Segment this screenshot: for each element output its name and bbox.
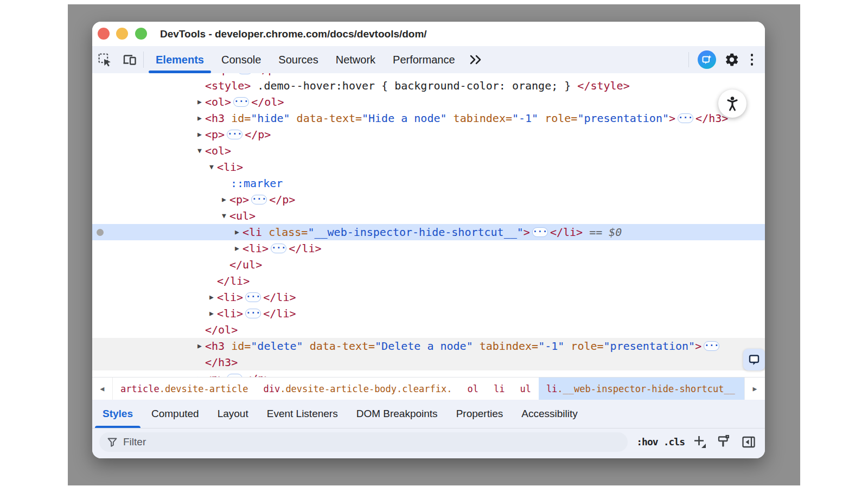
ellipsis-expand-button[interactable]: ··· <box>532 227 548 237</box>
breadcrumb-item[interactable]: ol <box>459 378 486 400</box>
tab-console[interactable]: Console <box>213 46 270 73</box>
dom-tree-row[interactable]: ▶<li class="__web-inspector-hide-shortcu… <box>92 224 765 240</box>
ellipsis-expand-button[interactable]: ··· <box>678 113 693 123</box>
tab-layout[interactable]: Layout <box>208 400 258 428</box>
dom-tree-row[interactable]: ▶<p>···</p> <box>92 73 765 78</box>
ellipsis-expand-button[interactable]: ··· <box>233 97 249 107</box>
dom-tree-row[interactable]: ▶<p>···</p> <box>92 370 765 377</box>
ellipsis-expand-button[interactable]: ··· <box>227 130 242 139</box>
disclosure-arrow-icon[interactable]: ▶ <box>195 370 204 377</box>
breadcrumb-item[interactable]: li <box>486 378 512 400</box>
code-token-plain: .demo--hover:hover { background-color: o… <box>251 79 577 92</box>
dom-tree-row[interactable]: ▼<li> <box>92 159 765 175</box>
dom-tree-row[interactable]: <style> .demo--hover:hover { background-… <box>92 78 765 94</box>
tab-dom-breakpoints[interactable]: DOM Breakpoints <box>347 400 447 428</box>
crumb-tag: li <box>494 383 505 394</box>
dom-tree-row[interactable]: </ul> <box>92 257 765 273</box>
breadcrumb-item[interactable]: ul <box>512 378 538 400</box>
disclosure-arrow-icon[interactable]: ▼ <box>195 143 204 159</box>
scroll-right-icon[interactable]: ▶ <box>744 378 765 400</box>
disclosure-arrow-icon[interactable]: ▶ <box>207 305 216 322</box>
ellipsis-expand-button[interactable]: ··· <box>251 195 267 204</box>
tab-event-listeners[interactable]: Event Listeners <box>258 400 347 428</box>
maximize-traffic-light[interactable] <box>135 28 147 40</box>
sidebar-toggle-icon[interactable] <box>739 434 758 450</box>
scroll-left-icon[interactable]: ◀ <box>92 378 113 400</box>
styles-panel-tabs: StylesComputedLayoutEvent ListenersDOM B… <box>92 400 765 428</box>
dom-tree-row[interactable]: ▶<ol>···</ol> <box>92 94 765 110</box>
breadcrumb-item[interactable]: li.__web-inspector-hide-shortcut__ <box>539 378 744 400</box>
device-toolbar-icon[interactable] <box>117 46 142 73</box>
dom-tree-row[interactable]: ▶<h3 id="delete" data-text="Delete a nod… <box>92 338 765 354</box>
double-chevron-overflow-icon[interactable] <box>464 46 488 73</box>
plus-new-rule-icon[interactable] <box>690 434 709 449</box>
disclosure-arrow-icon[interactable]: ▼ <box>220 208 228 224</box>
disclosure-arrow-icon[interactable]: ▶ <box>233 240 241 257</box>
disclosure-arrow-icon[interactable]: ▶ <box>206 73 214 78</box>
code-token-tag: </li> <box>263 291 296 304</box>
tab-performance[interactable]: Performance <box>384 46 464 73</box>
ellipsis-expand-button[interactable]: ··· <box>704 341 719 351</box>
minimize-traffic-light[interactable] <box>116 28 128 40</box>
kebab-menu-icon[interactable] <box>743 50 761 69</box>
filter-input[interactable]: Filter <box>99 432 628 452</box>
tab-sources[interactable]: Sources <box>270 46 327 73</box>
devtools-toolbar: ElementsConsoleSourcesNetworkPerformance <box>92 46 765 73</box>
dom-tree-row[interactable]: ::marker <box>92 175 765 191</box>
code-token-val: "__web-inspector-hide-shortcut__" <box>308 226 523 239</box>
dom-tree-row[interactable]: </h3> <box>92 354 765 370</box>
code-token-tag: <p> <box>205 372 225 377</box>
code-token-val: "-1" <box>538 340 564 353</box>
tab-elements[interactable]: Elements <box>147 46 213 73</box>
crumb-tag: article <box>120 383 159 394</box>
dom-tree-row[interactable]: ▶<li>···</li> <box>92 305 765 322</box>
tab-network[interactable]: Network <box>327 46 384 73</box>
ai-assistant-icon[interactable] <box>698 50 716 69</box>
tab-label: Computed <box>151 408 199 420</box>
disclosure-arrow-icon[interactable]: ▶ <box>220 191 228 208</box>
dom-tree-row[interactable]: </ol> <box>92 322 765 338</box>
tab-properties[interactable]: Properties <box>447 400 513 428</box>
window-titlebar: DevTools - developer.chrome.com/docs/dev… <box>92 22 765 46</box>
paint-roller-icon[interactable] <box>714 434 733 449</box>
crumb-classes: .devsite-article <box>159 383 248 394</box>
toggle-class-button[interactable]: .cls <box>663 436 685 447</box>
ellipsis-expand-button[interactable]: ··· <box>245 309 261 318</box>
dom-tree-row[interactable]: ▶<li>···</li> <box>92 289 765 305</box>
code-token-attr: data-text= <box>290 112 362 125</box>
inspect-cursor-icon[interactable] <box>92 46 117 73</box>
code-token-pseudo: ::marker <box>231 177 283 190</box>
close-traffic-light[interactable] <box>98 28 110 40</box>
disclosure-arrow-icon[interactable]: ▼ <box>207 159 216 175</box>
code-token-val: "presentation" <box>577 112 669 125</box>
dom-tree-row[interactable]: ▼<ul> <box>92 208 765 224</box>
tab-label: Layout <box>218 408 248 420</box>
ellipsis-expand-button[interactable]: ··· <box>271 244 286 253</box>
tab-computed[interactable]: Computed <box>142 400 208 428</box>
ellipsis-expand-button[interactable]: ··· <box>245 292 261 302</box>
dom-tree-row[interactable]: ▶<h3 id="hide" data-text="Hide a node" t… <box>92 110 765 126</box>
tab-styles[interactable]: Styles <box>93 400 142 428</box>
dom-tree-row[interactable]: ▼<ol> <box>92 143 765 159</box>
code-token-tag: <h3 <box>205 112 225 125</box>
breadcrumb-item[interactable]: div.devsite-article-body.clearfix. <box>256 378 459 400</box>
disclosure-arrow-icon[interactable]: ▶ <box>195 338 204 354</box>
disclosure-arrow-icon[interactable]: ▶ <box>195 126 204 143</box>
disclosure-arrow-icon[interactable]: ▶ <box>195 110 204 126</box>
code-token-tag: </ol> <box>251 95 284 108</box>
tab-accessibility[interactable]: Accessibility <box>512 400 586 428</box>
disclosure-arrow-icon[interactable]: ▶ <box>233 224 241 240</box>
accessibility-person-icon[interactable] <box>718 89 746 118</box>
gear-icon[interactable] <box>720 52 743 67</box>
dom-tree-row[interactable]: ▶<p>···</p> <box>92 191 765 208</box>
toggle-hover-state-button[interactable]: :hov <box>636 436 658 447</box>
dom-tree-row[interactable]: </li> <box>92 273 765 289</box>
breadcrumb-item[interactable]: article.devsite-article <box>113 378 256 400</box>
dom-tree-row[interactable]: ▶<p>···</p> <box>92 126 765 143</box>
dom-tree-row[interactable]: ▶<li>···</li> <box>92 240 765 257</box>
ellipsis-expand-button[interactable]: ··· <box>227 374 242 378</box>
ai-chat-adorner-icon[interactable] <box>743 349 765 370</box>
ellipsis-expand-button[interactable]: ··· <box>237 73 253 74</box>
disclosure-arrow-icon[interactable]: ▶ <box>195 94 204 110</box>
disclosure-arrow-icon[interactable]: ▶ <box>207 289 216 305</box>
